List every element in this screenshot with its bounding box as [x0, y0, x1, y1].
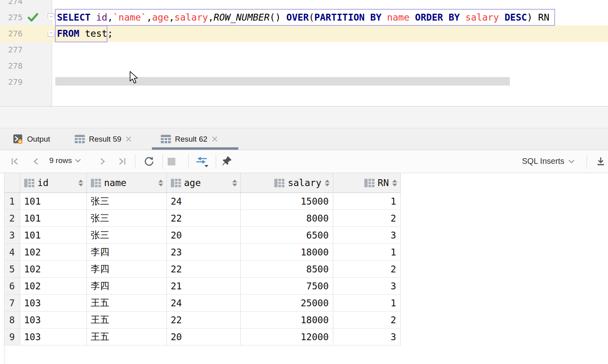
sort-toggle-icon[interactable] [158, 180, 163, 186]
table-header-row: id name [4, 173, 400, 193]
row-number[interactable]: 6 [4, 278, 20, 295]
grid-cell[interactable]: 24 [166, 193, 240, 210]
grid-cell[interactable]: 2 [333, 312, 400, 328]
grid-cell[interactable]: 103 [20, 295, 86, 312]
row-number[interactable]: 8 [4, 312, 20, 328]
grid-cell[interactable]: 3 [333, 278, 400, 295]
panel-gap [0, 107, 608, 128]
grid-cell[interactable]: 23 [166, 244, 240, 261]
column-header-id[interactable]: id [20, 173, 86, 193]
previous-page-button[interactable] [32, 157, 40, 166]
datagrip-window: 274 275 276 277 278 279 − − SELECT id,`n… [0, 0, 608, 364]
grid-cell[interactable]: 7500 [240, 278, 333, 295]
grid-cell[interactable]: 22 [166, 261, 240, 278]
sort-toggle-icon[interactable] [392, 180, 397, 186]
grid-cell[interactable]: 101 [20, 227, 86, 244]
row-number[interactable]: 4 [4, 244, 20, 261]
last-page-button[interactable] [118, 157, 126, 166]
grid-cell[interactable]: 2 [333, 210, 400, 227]
export-format-dropdown[interactable]: SQL Inserts [522, 157, 575, 166]
editor-horizontal-scrollbar[interactable] [55, 77, 510, 86]
grid-cell[interactable]: 21 [166, 278, 240, 295]
output-tabbar: Output Result 59 Result 62 [0, 128, 608, 150]
next-page-button[interactable] [99, 157, 106, 166]
grid-cell[interactable]: 18000 [240, 312, 333, 328]
grid-cell[interactable]: 101 [20, 193, 86, 210]
grid-cell[interactable]: 8500 [240, 261, 333, 278]
row-number[interactable]: 2 [4, 210, 20, 227]
close-icon[interactable] [211, 136, 218, 142]
toolbar-separator [587, 154, 587, 169]
active-tab-underline [152, 147, 238, 150]
grid-cell[interactable]: 3 [333, 328, 400, 345]
grid-cell[interactable]: 20 [166, 328, 240, 345]
grid-cell[interactable]: 3 [333, 227, 400, 244]
grid-cell[interactable]: 王五 [86, 312, 166, 328]
grid-cell[interactable]: 李四 [86, 261, 166, 278]
tab-result-62[interactable]: Result 62 [161, 128, 218, 150]
sql-keyword: OVER [286, 12, 309, 23]
tab-result-59[interactable]: Result 59 [75, 128, 132, 150]
grid-cell[interactable]: 102 [20, 278, 86, 295]
tab-label: Output [27, 135, 50, 144]
column-header-name[interactable]: name [86, 173, 166, 193]
tab-output[interactable]: Output [13, 128, 50, 150]
grid-cell[interactable]: 1 [333, 193, 400, 210]
row-number[interactable]: 3 [4, 227, 20, 244]
chevron-down-icon [75, 158, 81, 163]
stop-button[interactable] [168, 158, 175, 165]
grid-cell[interactable]: 王五 [86, 328, 166, 345]
code-line-275[interactable]: SELECT id,`name`,age,salary,ROW_NUMBER()… [57, 9, 549, 25]
row-number[interactable]: 7 [4, 295, 20, 312]
close-icon[interactable] [125, 136, 132, 142]
code-line-276[interactable]: FROM test; [57, 25, 113, 42]
grid-cell[interactable]: 李四 [86, 278, 166, 295]
export-data-button[interactable] [595, 156, 606, 167]
grid-cell[interactable]: 8000 [240, 210, 333, 227]
table-row: 6 102 李四 21 7500 3 [4, 278, 400, 295]
grid-cell[interactable]: 103 [20, 312, 86, 328]
column-header-age[interactable]: age [166, 173, 240, 193]
first-page-button[interactable] [11, 157, 19, 166]
grid-cell[interactable]: 张三 [86, 227, 166, 244]
grid-cell[interactable]: 20 [166, 227, 240, 244]
grid-cell[interactable]: 张三 [86, 210, 166, 227]
grid-cell[interactable]: 101 [20, 210, 86, 227]
grid-cell[interactable]: 1 [333, 295, 400, 312]
success-checkmark-icon[interactable] [27, 13, 38, 22]
grid-cell[interactable]: 15000 [240, 193, 333, 210]
table-icon [161, 135, 171, 143]
grid-cell[interactable]: 18000 [240, 244, 333, 261]
toolbar-separator [162, 154, 163, 169]
grid-cell[interactable]: 22 [166, 210, 240, 227]
toolbar-separator [188, 154, 189, 169]
column-header-salary[interactable]: salary [240, 173, 333, 193]
sql-editor[interactable]: 274 275 276 277 278 279 − − SELECT id,`n… [0, 0, 608, 106]
grid-cell[interactable]: 24 [166, 295, 240, 312]
refresh-button[interactable] [143, 155, 155, 167]
row-number[interactable]: 5 [4, 261, 20, 278]
grid-cell[interactable]: 102 [20, 261, 86, 278]
grid-cell[interactable]: 王五 [86, 295, 166, 312]
grid-cell[interactable]: 102 [20, 244, 86, 261]
grid-cell[interactable]: 103 [20, 328, 86, 345]
pin-tab-button[interactable] [221, 155, 232, 167]
grid-cell[interactable]: 1 [333, 244, 400, 261]
grid-cell[interactable]: 25000 [240, 295, 333, 312]
column-header-rn[interactable]: RN [333, 173, 400, 193]
grid-cell[interactable]: 2 [333, 261, 400, 278]
tab-label: Result 59 [89, 135, 121, 144]
sort-toggle-icon[interactable] [232, 180, 237, 186]
sql-identifier: name [387, 12, 409, 23]
grid-cell[interactable]: 张三 [86, 193, 166, 210]
row-number[interactable]: 1 [4, 193, 20, 210]
row-number[interactable]: 9 [4, 328, 20, 345]
grid-cell[interactable]: 李四 [86, 244, 166, 261]
grid-cell[interactable]: 12000 [240, 328, 333, 345]
grid-cell[interactable]: 22 [166, 312, 240, 328]
compare-data-button[interactable] [195, 156, 209, 168]
row-count-dropdown[interactable]: 9 rows [49, 156, 81, 165]
sort-toggle-icon[interactable] [78, 180, 83, 186]
sort-toggle-icon[interactable] [325, 180, 330, 186]
grid-cell[interactable]: 6500 [240, 227, 333, 244]
